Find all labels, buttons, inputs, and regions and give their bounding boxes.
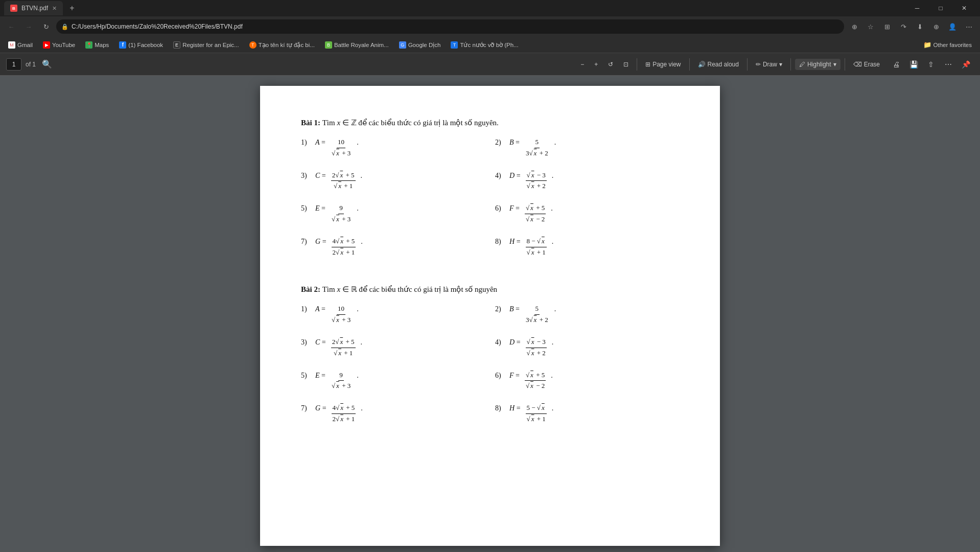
zoom-button[interactable]: ⊕ xyxy=(847,19,861,34)
highlight-button[interactable]: 🖊 Highlight ▾ xyxy=(795,59,841,70)
divider-5 xyxy=(845,58,845,71)
address-box[interactable]: 🔒 C:/Users/Hp/Documents/Zalo%20Received%… xyxy=(56,19,844,34)
bai2-p2: 2) B = 5 3√x + 2 . xyxy=(495,304,679,326)
bookmark-battle[interactable]: B Battle Royale Anim... xyxy=(321,40,393,50)
bai1-p7: 7) G = 4√x + 5 2√x + 1 . xyxy=(301,236,485,258)
bookmark-tuc-label: Tức nước vỡ bờ (Ph... xyxy=(460,41,518,49)
bai1-p1: 1) A = 10 √x + 3 . xyxy=(301,137,485,159)
close-button[interactable]: ✕ xyxy=(952,0,976,16)
bai1-p6: 6) F = √x + 5 √x − 2 . xyxy=(495,203,679,225)
bai2-p5: 5) E = 9 √x + 3 . xyxy=(301,370,485,392)
erase-icon: ⌫ xyxy=(853,61,862,68)
favorites-button[interactable]: ☆ xyxy=(864,19,878,34)
page-view-label: Page view xyxy=(652,61,681,68)
pdf-toolbar-right: 🖨 💾 ⇧ ⋯ 📌 xyxy=(888,56,974,73)
bookmark-google-label: Google Dịch xyxy=(408,41,441,49)
problem-2: Bài 2: Tìm x ∈ ℝ để các biểu thức có giá… xyxy=(301,283,679,433)
bookmark-google[interactable]: G Google Dịch xyxy=(395,40,445,50)
bai1-p3: 3) C = 2√x + 5 √x + 1 . xyxy=(301,170,485,192)
bookmark-maps[interactable]: 📍 Maps xyxy=(81,40,113,50)
maps-icon: 📍 xyxy=(85,41,92,49)
bai1-p8: 8) H = 8 − √x √x + 1 . xyxy=(495,236,679,258)
zoom-out-icon: − xyxy=(580,61,584,68)
settings-button[interactable]: ⋯ xyxy=(962,19,976,34)
bookmark-epic[interactable]: E Register for an Epic... xyxy=(169,40,243,50)
bookmark-gmail-label: Gmail xyxy=(17,42,33,48)
bookmark-youtube[interactable]: ▶ YouTube xyxy=(39,40,79,50)
pdf-content-area: Bài 1: Tìm x ∈ ℤ để các biểu thức có giá… xyxy=(0,76,980,552)
highlight-label: Highlight xyxy=(807,61,831,68)
bookmark-facebook-label: (1) Facebook xyxy=(128,42,163,48)
bai2-p3: 3) C = 2√x + 5 √x + 1 . xyxy=(301,337,485,359)
pdf-toolbar-center: − + ↺ ⊡ ⊞ Page view 🔊 Read aloud ✏ Draw … xyxy=(576,58,884,71)
other-favorites[interactable]: 📁 Other favorites xyxy=(919,40,976,50)
bai2-p4: 4) D = √x − 3 √x + 2 . xyxy=(495,337,679,359)
bookmark-youtube-label: YouTube xyxy=(52,42,75,48)
gmail-icon: M xyxy=(8,41,15,49)
downloads-button[interactable]: ⬇ xyxy=(913,19,927,34)
print-button[interactable]: 🖨 xyxy=(888,56,904,73)
titlebar: B BTVN.pdf ✕ + ─ □ ✕ xyxy=(0,0,980,16)
zoom-out-button[interactable]: − xyxy=(576,59,588,70)
lock-icon: 🔒 xyxy=(61,24,68,30)
more-button[interactable]: ⋯ xyxy=(940,56,956,73)
tab-title: BTVN.pdf xyxy=(21,5,48,12)
collections-button[interactable]: ⊞ xyxy=(880,19,894,34)
erase-label: Erase xyxy=(864,61,880,68)
bookmark-facebook[interactable]: f (1) Facebook xyxy=(115,40,167,50)
bookmark-epic-label: Register for an Epic... xyxy=(182,42,239,48)
minimize-button[interactable]: ─ xyxy=(905,0,929,16)
bai2-label: Bài 2: xyxy=(301,285,322,293)
tab-favicon: B xyxy=(10,5,17,12)
page-number-input[interactable] xyxy=(6,58,21,71)
bai2-p1: 1) A = 10 √x + 3 . xyxy=(301,304,485,326)
bookmarks-bar: M Gmail ▶ YouTube 📍 Maps f (1) Facebook … xyxy=(0,37,980,53)
bookmark-gmail[interactable]: M Gmail xyxy=(4,40,37,50)
page-view-button[interactable]: ⊞ Page view xyxy=(641,59,685,70)
extensions-button[interactable]: ⊕ xyxy=(929,19,943,34)
bookmark-tao[interactable]: T Tạo tên kí tự đặc bi... xyxy=(245,40,319,50)
bookmark-tuc[interactable]: T Tức nước vỡ bờ (Ph... xyxy=(447,40,522,50)
bai2-intro: Tìm x ∈ ℝ để các biểu thức có giá trị là… xyxy=(322,285,497,293)
refresh-button[interactable]: ↻ xyxy=(39,19,53,34)
back-button[interactable]: ← xyxy=(4,19,18,34)
save-button[interactable]: 💾 xyxy=(905,56,922,73)
bookmark-tao-label: Tạo tên kí tự đặc bi... xyxy=(259,41,315,49)
new-tab-button[interactable]: + xyxy=(65,1,79,15)
page-total: of 1 xyxy=(26,61,36,68)
addressbar-actions: ⊕ ☆ ⊞ ↷ ⬇ ⊕ 👤 ⋯ xyxy=(847,19,976,34)
rotate-icon: ↺ xyxy=(608,61,613,68)
rotate-button[interactable]: ↺ xyxy=(604,59,617,70)
pdf-search-button[interactable]: 🔍 xyxy=(40,57,54,72)
pdf-page: Bài 1: Tìm x ∈ ℤ để các biểu thức có giá… xyxy=(260,86,720,546)
zoom-in-button[interactable]: + xyxy=(590,59,602,70)
bai2-p7: 7) G = 4√x + 5 2√x + 1 . xyxy=(301,403,485,425)
tab-close-button[interactable]: ✕ xyxy=(52,5,57,12)
window-controls: ─ □ ✕ xyxy=(905,0,976,16)
other-favorites-label: Other favorites xyxy=(934,42,972,48)
share-button[interactable]: ⇧ xyxy=(923,56,939,73)
bai1-problems: 1) A = 10 √x + 3 . 2) B = 5 xyxy=(301,137,679,267)
bai1-p4: 4) D = √x − 3 √x + 2 . xyxy=(495,170,679,192)
bai2-p6: 6) F = √x + 5 √x − 2 . xyxy=(495,370,679,392)
restore-button[interactable]: □ xyxy=(929,0,952,16)
youtube-icon: ▶ xyxy=(43,41,50,49)
folder-icon: 📁 xyxy=(923,41,931,49)
addressbar: ← → ↻ 🔒 C:/Users/Hp/Documents/Zalo%20Rec… xyxy=(0,16,980,37)
bai2-problems: 1) A = 10 √x + 3 . 2) B = 5 xyxy=(301,304,679,433)
forward-button[interactable]: → xyxy=(21,19,36,34)
bookmark-maps-label: Maps xyxy=(95,42,109,48)
fit-button[interactable]: ⊡ xyxy=(619,59,633,70)
url-text: C:/Users/Hp/Documents/Zalo%20Received%20… xyxy=(72,23,839,30)
browser-tab[interactable]: B BTVN.pdf ✕ xyxy=(4,1,63,15)
problem-1: Bài 1: Tìm x ∈ ℤ để các biểu thức có giá… xyxy=(301,117,679,267)
bai1-label: Bài 1: xyxy=(301,119,322,127)
erase-button[interactable]: ⌫ Erase xyxy=(849,59,884,70)
history-button[interactable]: ↷ xyxy=(896,19,911,34)
read-aloud-button[interactable]: 🔊 Read aloud xyxy=(694,59,743,70)
highlight-icon: 🖊 xyxy=(799,61,805,68)
bai2-p8: 8) H = 5 − √x √x + 1 . xyxy=(495,403,679,425)
profile-button[interactable]: 👤 xyxy=(945,19,960,34)
draw-button[interactable]: ✏ Draw ▾ xyxy=(752,59,786,70)
pin-button[interactable]: 📌 xyxy=(958,56,974,73)
